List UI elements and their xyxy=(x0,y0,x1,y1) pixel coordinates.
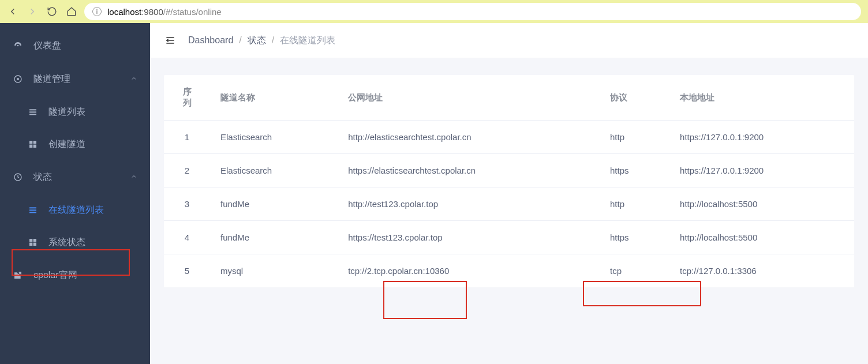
cell-proto: http xyxy=(600,121,669,154)
table-row: 3fundMehttp://test123.cpolar.tophttphttp… xyxy=(164,187,854,221)
table-row: 4fundMehttps://test123.cpolar.tophttpsht… xyxy=(164,221,854,254)
cell-seq: 5 xyxy=(164,254,210,288)
chevron-up-icon xyxy=(130,172,137,182)
cell-proto: tcp xyxy=(600,254,669,288)
cell-seq: 1 xyxy=(164,121,210,154)
table-row: 2Elasticsearchhttps://elasticsearchtest.… xyxy=(164,154,854,187)
sidebar-item-tunnel-list[interactable]: 隧道列表 xyxy=(0,96,150,128)
col-header-proto: 协议 xyxy=(600,75,669,121)
table-row: 5mysqltcp://2.tcp.cpolar.cn:10360tcptcp:… xyxy=(164,254,854,288)
grid-icon xyxy=(28,139,38,149)
list-icon xyxy=(28,107,38,117)
svg-rect-12 xyxy=(29,212,36,213)
sidebar-item-tunnel-manage[interactable]: 隧道管理 xyxy=(0,62,150,96)
cell-proto: https xyxy=(600,221,669,254)
cell-name: fundMe xyxy=(210,221,338,254)
cell-proto: http xyxy=(600,187,669,221)
target-icon xyxy=(13,74,23,84)
sidebar-collapse-button[interactable] xyxy=(164,34,177,47)
address-bar[interactable]: i localhost:9800/#/status/online xyxy=(84,3,861,20)
home-button[interactable] xyxy=(66,6,77,17)
svg-rect-10 xyxy=(29,207,36,208)
cell-local: https://127.0.0.1:9200 xyxy=(669,121,854,154)
col-header-local: 本地地址 xyxy=(669,75,854,121)
breadcrumb-separator: / xyxy=(272,35,274,46)
cell-proto: https xyxy=(600,154,669,187)
svg-rect-14 xyxy=(33,239,36,242)
cell-local: http://localhost:5500 xyxy=(669,187,854,221)
breadcrumb-bar: Dashboard / 状态 / 在线隧道列表 xyxy=(150,23,868,58)
svg-rect-5 xyxy=(29,141,32,144)
breadcrumb-current: 在线隧道列表 xyxy=(280,35,335,47)
cell-seq: 2 xyxy=(164,154,210,187)
cell-public: http://test123.cpolar.top xyxy=(338,187,600,221)
cell-local: tcp://127.0.0.1:3306 xyxy=(669,254,854,288)
svg-rect-8 xyxy=(33,145,36,148)
col-header-seq: 序列 xyxy=(164,75,210,121)
cell-name: fundMe xyxy=(210,187,338,221)
sidebar-item-cpolar-site[interactable]: cpolar官网 xyxy=(0,258,150,292)
cell-public: http://elasticsearchtest.cpolar.cn xyxy=(338,121,600,154)
col-header-public: 公网地址 xyxy=(338,75,600,121)
sidebar-item-label: cpolar官网 xyxy=(33,269,77,282)
svg-rect-11 xyxy=(29,209,36,211)
svg-point-1 xyxy=(17,78,19,80)
breadcrumb-mid[interactable]: 状态 xyxy=(248,35,266,47)
sidebar-item-label: 隧道管理 xyxy=(33,73,70,85)
svg-rect-6 xyxy=(33,141,36,144)
table-icon xyxy=(28,205,38,215)
svg-rect-2 xyxy=(29,109,36,110)
sidebar-item-create-tunnel[interactable]: 创建隧道 xyxy=(0,128,150,160)
breadcrumb-root[interactable]: Dashboard xyxy=(188,35,233,46)
dashboard-icon xyxy=(13,40,23,51)
tunnel-table: 序列 隧道名称 公网地址 协议 本地地址 1Elasticsearchhttp:… xyxy=(164,75,854,287)
sidebar-item-online-tunnels[interactable]: 在线隧道列表 xyxy=(0,194,150,226)
reload-button[interactable] xyxy=(46,6,58,17)
table-row: 1Elasticsearchhttp://elasticsearchtest.c… xyxy=(164,121,854,154)
back-button[interactable] xyxy=(7,6,18,17)
cell-local: http://localhost:5500 xyxy=(669,221,854,254)
sidebar-item-label: 在线隧道列表 xyxy=(48,204,104,216)
svg-rect-13 xyxy=(29,239,32,242)
cell-name: mysql xyxy=(210,254,338,288)
status-icon xyxy=(13,172,23,182)
svg-rect-15 xyxy=(29,243,32,246)
cell-public: https://elasticsearchtest.cpolar.cn xyxy=(338,154,600,187)
cell-public: tcp://2.tcp.cpolar.cn:10360 xyxy=(338,254,600,288)
breadcrumb-separator: / xyxy=(239,35,241,46)
url-text: localhost:9800/#/status/online xyxy=(107,7,222,17)
main-content: Dashboard / 状态 / 在线隧道列表 序列 隧道名称 公网地址 协议 xyxy=(150,23,868,364)
cell-name: Elasticsearch xyxy=(210,154,338,187)
cell-public: https://test123.cpolar.top xyxy=(338,221,600,254)
forward-button[interactable] xyxy=(27,6,38,17)
sidebar: 仪表盘 隧道管理 隧道列表 创 xyxy=(0,23,150,364)
chevron-up-icon xyxy=(130,74,137,84)
browser-toolbar: i localhost:9800/#/status/online xyxy=(0,0,868,23)
cell-seq: 4 xyxy=(164,221,210,254)
sidebar-item-label: 状态 xyxy=(33,171,52,183)
sidebar-item-dashboard[interactable]: 仪表盘 xyxy=(0,29,150,62)
sidebar-item-label: 创建隧道 xyxy=(48,138,85,151)
sidebar-item-label: 系统状态 xyxy=(48,237,85,249)
sidebar-item-system-status[interactable]: 系统状态 xyxy=(0,226,150,258)
svg-rect-3 xyxy=(29,111,36,112)
cell-local: https://127.0.0.1:9200 xyxy=(669,154,854,187)
col-header-name: 隧道名称 xyxy=(210,75,338,121)
grid-icon xyxy=(28,237,38,247)
table-header-row: 序列 隧道名称 公网地址 协议 本地地址 xyxy=(164,75,854,121)
breadcrumb: Dashboard / 状态 / 在线隧道列表 xyxy=(188,35,335,47)
info-icon: i xyxy=(92,7,102,16)
sidebar-item-label: 隧道列表 xyxy=(48,106,85,118)
svg-rect-16 xyxy=(33,243,36,246)
sidebar-item-label: 仪表盘 xyxy=(33,40,61,52)
cell-name: Elasticsearch xyxy=(210,121,338,154)
cell-seq: 3 xyxy=(164,187,210,221)
svg-rect-7 xyxy=(29,145,32,148)
sidebar-item-status[interactable]: 状态 xyxy=(0,160,150,194)
external-icon xyxy=(13,270,23,280)
svg-rect-4 xyxy=(29,114,36,115)
